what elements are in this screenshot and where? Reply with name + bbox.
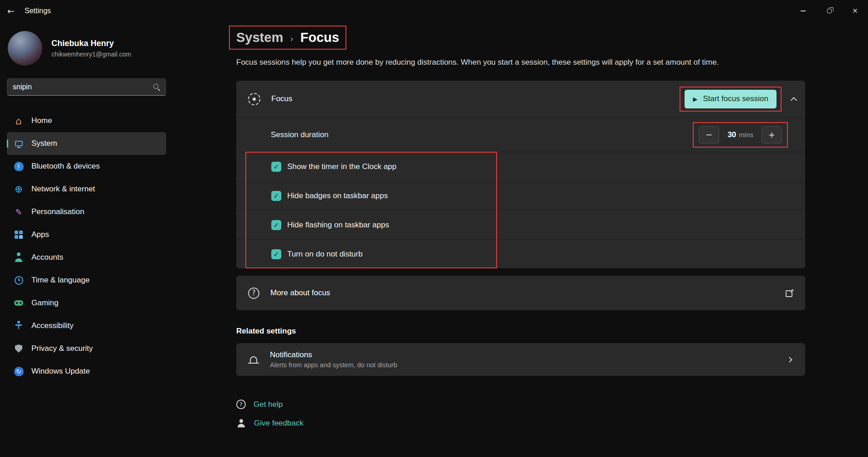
focus-card-title: Focus bbox=[271, 94, 292, 103]
window-controls: ✕ bbox=[790, 0, 868, 22]
focus-card: Focus ▶ Start focus session Session dura… bbox=[236, 81, 805, 268]
sidebar-item-privacy-security[interactable]: Privacy & security bbox=[7, 337, 166, 360]
sidebar-item-apps[interactable]: Apps bbox=[7, 223, 166, 246]
sidebar-item-label: Accounts bbox=[31, 253, 63, 262]
shield-icon bbox=[13, 343, 24, 354]
breadcrumb-separator-icon: › bbox=[290, 34, 294, 44]
annotation-start-button: ▶ Start focus session bbox=[680, 87, 782, 112]
sidebar-item-label: Apps bbox=[31, 230, 49, 239]
duration-decrease-button[interactable]: − bbox=[699, 126, 719, 144]
main-content: System › Focus Focus sessions help you g… bbox=[173, 22, 868, 457]
sidebar: Chiebuka Henry chikwemhenry1@gmail.com ⌂… bbox=[0, 22, 173, 457]
app-title: Settings bbox=[25, 7, 51, 15]
sidebar-item-label: Windows Update bbox=[31, 367, 90, 376]
focus-icon bbox=[248, 93, 260, 105]
sidebar-item-label: Personalisation bbox=[31, 207, 84, 216]
more-about-focus-label: More about focus bbox=[270, 288, 330, 298]
start-focus-session-label: Start focus session bbox=[703, 94, 768, 103]
update-icon: ↻ bbox=[14, 367, 24, 376]
search-input[interactable] bbox=[13, 83, 153, 91]
user-name: Chiebuka Henry bbox=[51, 39, 131, 48]
search-icon[interactable] bbox=[153, 84, 160, 91]
restore-icon bbox=[827, 9, 832, 13]
get-help-label: Get help bbox=[254, 400, 283, 409]
accessibility-icon bbox=[13, 320, 24, 331]
sidebar-item-label: Privacy & security bbox=[31, 344, 93, 353]
give-feedback-label: Give feedback bbox=[254, 419, 304, 428]
minimize-button[interactable] bbox=[790, 0, 816, 22]
sidebar-item-personalisation[interactable]: ✎ Personalisation bbox=[7, 200, 166, 223]
sidebar-item-label: Home bbox=[31, 116, 52, 125]
search-box[interactable] bbox=[7, 78, 166, 96]
sidebar-item-gaming[interactable]: Gaming bbox=[7, 292, 166, 314]
session-duration-label: Session duration bbox=[271, 130, 329, 139]
sidebar-item-label: Network & internet bbox=[31, 185, 95, 194]
get-help-link[interactable]: ? Get help bbox=[236, 395, 283, 414]
breadcrumb: System › Focus bbox=[236, 30, 339, 45]
do-not-disturb-checkbox[interactable]: ✓ bbox=[271, 249, 281, 259]
option-hide-flashing-row[interactable]: ✓ Hide flashing on taskbar apps bbox=[236, 210, 805, 239]
sidebar-item-home[interactable]: ⌂ Home bbox=[7, 109, 166, 132]
page-title: Focus bbox=[300, 30, 339, 45]
option-label: Hide badges on taskbar apps bbox=[287, 191, 388, 200]
external-link-icon[interactable]: ↗ bbox=[786, 289, 793, 297]
duration-value: 30 bbox=[727, 130, 736, 139]
page-description: Focus sessions help you get more done by… bbox=[236, 58, 805, 67]
start-focus-session-button[interactable]: ▶ Start focus session bbox=[685, 90, 777, 108]
duration-value-group: 30 mins bbox=[727, 130, 753, 139]
play-icon: ▶ bbox=[693, 96, 697, 103]
sidebar-item-bluetooth-devices[interactable]: ᛒ Bluetooth & devices bbox=[7, 155, 166, 178]
chevron-up-icon[interactable] bbox=[791, 97, 797, 103]
option-do-not-disturb-row[interactable]: ✓ Turn on do not disturb bbox=[236, 239, 805, 268]
option-hide-badges-row[interactable]: ✓ Hide badges on taskbar apps bbox=[236, 181, 805, 210]
help-icon: ? bbox=[236, 400, 246, 409]
profile-texts: Chiebuka Henry chikwemhenry1@gmail.com bbox=[51, 39, 131, 58]
brush-icon: ✎ bbox=[13, 206, 24, 217]
sidebar-item-label: Bluetooth & devices bbox=[31, 162, 100, 171]
home-icon: ⌂ bbox=[13, 115, 24, 126]
notifications-subtitle: Alerts from apps and system, do not dist… bbox=[270, 361, 397, 369]
hide-flashing-checkbox[interactable]: ✓ bbox=[271, 220, 281, 230]
person-icon bbox=[13, 252, 24, 263]
close-button[interactable]: ✕ bbox=[842, 0, 868, 22]
hide-badges-checkbox[interactable]: ✓ bbox=[271, 191, 281, 201]
profile-section[interactable]: Chiebuka Henry chikwemhenry1@gmail.com bbox=[7, 31, 166, 66]
option-show-timer-row[interactable]: ✓ Show the timer in the Clock app bbox=[236, 152, 805, 181]
option-label: Hide flashing on taskbar apps bbox=[287, 221, 389, 230]
notifications-row[interactable]: Notifications Alerts from apps and syste… bbox=[236, 343, 805, 376]
user-email: chikwemhenry1@gmail.com bbox=[51, 51, 131, 58]
sidebar-item-label: Accessibility bbox=[31, 321, 74, 330]
back-button[interactable]: ← bbox=[0, 0, 22, 22]
chevron-right-icon bbox=[787, 357, 792, 363]
show-timer-checkbox[interactable]: ✓ bbox=[271, 162, 281, 172]
apps-grid-icon bbox=[15, 231, 23, 239]
sidebar-item-label: System bbox=[31, 139, 57, 148]
annotation-breadcrumb: System › Focus bbox=[229, 26, 346, 50]
clock-icon bbox=[13, 275, 24, 286]
breadcrumb-system[interactable]: System bbox=[236, 30, 283, 45]
give-feedback-link[interactable]: Give feedback bbox=[236, 414, 304, 432]
footer-links: ? Get help Give feedback bbox=[236, 395, 868, 432]
avatar bbox=[8, 31, 42, 66]
duration-unit: mins bbox=[739, 131, 753, 139]
globe-icon: ⊕ bbox=[13, 184, 24, 195]
duration-increase-button[interactable]: + bbox=[761, 126, 782, 144]
focus-header-row[interactable]: Focus ▶ Start focus session bbox=[236, 81, 805, 117]
sidebar-item-system[interactable]: System bbox=[7, 132, 166, 155]
sidebar-item-accessibility[interactable]: Accessibility bbox=[7, 314, 166, 337]
option-label: Turn on do not disturb bbox=[287, 250, 363, 259]
bell-icon bbox=[250, 356, 257, 363]
sidebar-item-network-internet[interactable]: ⊕ Network & internet bbox=[7, 178, 166, 200]
monitor-icon bbox=[13, 138, 24, 149]
bluetooth-icon: ᛒ bbox=[14, 162, 24, 171]
session-duration-row: Session duration − 30 mins + bbox=[236, 117, 805, 152]
minimize-icon bbox=[801, 10, 806, 11]
more-about-focus-row[interactable]: ? More about focus ↗ bbox=[236, 276, 805, 310]
sidebar-item-windows-update[interactable]: ↻ Windows Update bbox=[7, 360, 166, 383]
sidebar-item-label: Time & language bbox=[31, 276, 90, 285]
sidebar-item-time-language[interactable]: Time & language bbox=[7, 269, 166, 292]
restore-button[interactable] bbox=[816, 0, 842, 22]
feedback-icon bbox=[236, 418, 246, 428]
sidebar-item-accounts[interactable]: Accounts bbox=[7, 246, 166, 269]
sidebar-nav: ⌂ Home System ᛒ Bluetooth & devices ⊕ Ne… bbox=[7, 109, 166, 383]
